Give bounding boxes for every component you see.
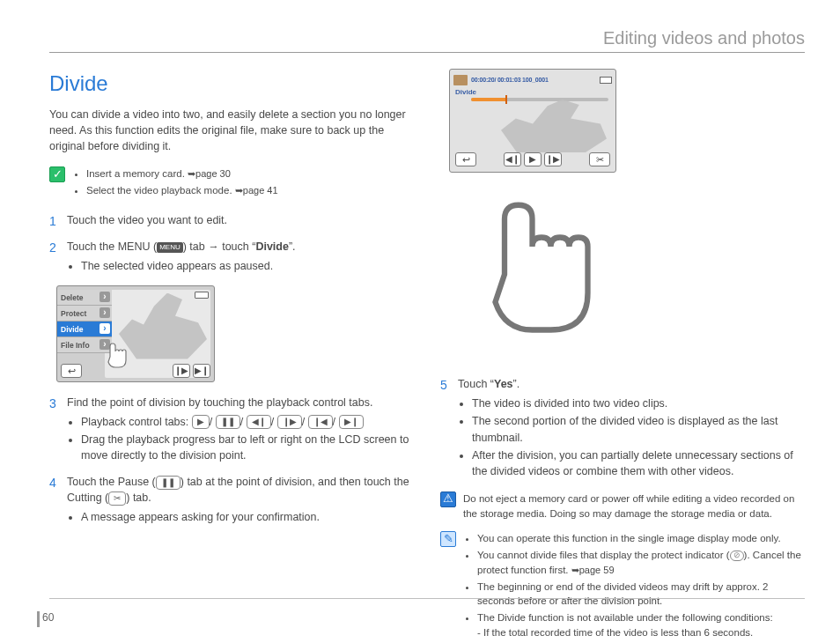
back-icon: ↩ — [455, 152, 476, 166]
step-sub: The second portion of the divided video … — [472, 413, 805, 445]
section-intro: You can divide a video into two, and eas… — [49, 107, 414, 154]
step-sub-text: Playback control tabs: — [81, 416, 192, 428]
step-body: Touch the MENU (MENU) tab → touch “Divid… — [67, 239, 414, 276]
info-note: ✎ You can operate this function in the s… — [440, 531, 805, 643]
prereq-item: Select the video playback mode. ➥page 41 — [86, 183, 278, 198]
warning-note: ⚠ Do not eject a memory card or power of… — [440, 491, 805, 521]
frame-fwd-icon: ❙▶ — [544, 152, 562, 166]
step-text: Touch “ — [458, 378, 494, 390]
right-column: 00:00:20/ 00:01:03 100_0001 Divide ↩ ◀❙ … — [440, 69, 805, 643]
battery-icon — [195, 292, 209, 299]
step-number: 1 — [49, 212, 60, 230]
chevron-right-icon: › — [99, 307, 110, 318]
step-number: 4 — [49, 474, 60, 491]
arrow-icon: → — [208, 240, 219, 253]
frame-rev-icon: ❙▶ — [173, 364, 190, 378]
play-icon: ▶ — [524, 152, 542, 166]
frame-back-icon: ❙◀ — [308, 415, 333, 429]
lcd-illustration-menu: Delete› Protect› Divide› File Info› ↩ ❙▶… — [56, 285, 215, 382]
skip-back-icon: ◀❙ — [247, 415, 271, 429]
hand-pointer-icon — [449, 173, 634, 358]
step-number: 3 — [49, 395, 60, 412]
lcd-illustration-divide: 00:00:20/ 00:01:03 100_0001 Divide ↩ ◀❙ … — [449, 69, 616, 173]
silhouette-icon — [501, 100, 607, 152]
note-list: You can operate this function in the sin… — [463, 531, 805, 643]
step-5: 5 Touch “Yes”. The video is divided into… — [440, 376, 805, 481]
lcd-illustration-wrapper: 00:00:20/ 00:01:03 100_0001 Divide ↩ ◀❙ … — [449, 69, 634, 362]
chapter-title: Editing videos and photos — [49, 28, 805, 48]
step-text: Touch the Pause ( — [67, 476, 156, 488]
step-sub: The selected video appears as paused. — [81, 258, 414, 274]
columns: Divide You can divide a video into two, … — [49, 69, 805, 643]
step-4: 4 Touch the Pause (❚❚) tab at the point … — [49, 474, 414, 527]
page-number: 60 — [42, 611, 54, 624]
lcd-timecode: 00:00:20/ 00:01:03 100_0001 — [471, 76, 549, 85]
note-item: The Divide function is not available und… — [477, 610, 805, 643]
step-number: 5 — [440, 376, 451, 394]
menu-icon: MENU — [157, 242, 183, 253]
frame-back-icon: ◀❙ — [504, 152, 521, 166]
check-icon: ✓ — [49, 166, 65, 182]
step-text: Touch the video you want to edit. — [67, 212, 414, 228]
manual-page: Editing videos and photos Divide You can… — [0, 0, 840, 643]
chevron-right-icon: › — [99, 323, 110, 334]
prerequisite-box: ✓ Insert a memory card. ➥page 30 Select … — [49, 166, 414, 200]
step-2: 2 Touch the MENU (MENU) tab → touch “Div… — [49, 239, 414, 276]
left-column: Divide You can divide a video into two, … — [49, 69, 414, 643]
frame-fwd-icon: ▶❙ — [193, 364, 210, 378]
step-3: 3 Find the point of division by touching… — [49, 395, 414, 466]
menu-item-delete: Delete› — [57, 290, 112, 306]
step-text: Touch the MENU ( — [67, 240, 157, 253]
protect-indicator-icon: ⊘ — [730, 551, 744, 561]
step-body: Find the point of division by touching t… — [67, 395, 414, 466]
thumbnail-icon — [453, 75, 468, 85]
step-body: Touch the Pause (❚❚) tab at the point of… — [67, 474, 414, 527]
note-icon: ✎ — [440, 531, 456, 547]
menu-item-divide: Divide› — [57, 322, 112, 337]
page-marker — [37, 611, 40, 627]
hand-pointer-icon — [99, 337, 135, 373]
frame-fwd-icon: ▶❙ — [339, 415, 364, 429]
pause-icon: ❚❚ — [156, 476, 181, 490]
note-item: You can operate this function in the sin… — [477, 531, 805, 546]
prereq-item: Insert a memory card. ➥page 30 — [86, 166, 278, 181]
page-ref: ➥page 41 — [235, 185, 278, 196]
note-item: You cannot divide files that display the… — [477, 548, 805, 578]
skip-fwd-icon: ❙▶ — [277, 415, 302, 429]
battery-icon — [600, 77, 612, 84]
step-text: touch “ — [219, 240, 256, 253]
step-sub: Drag the playback progress bar to left o… — [81, 432, 414, 463]
progress-bar — [471, 98, 608, 101]
prereq-text: Select the video playback mode. — [86, 185, 235, 196]
prereq-text: Insert a memory card. — [86, 168, 188, 179]
footer-rule — [49, 598, 805, 599]
step-sub: The video is divided into two video clip… — [472, 395, 805, 411]
prereq-list: Insert a memory card. ➥page 30 Select th… — [72, 166, 278, 200]
pause-icon: ❚❚ — [216, 415, 240, 429]
lcd-controls: ◀❙ ▶ ❙▶ — [504, 152, 562, 166]
step-keyword: Divide — [255, 240, 289, 253]
warning-text: Do not eject a memory card or power off … — [463, 491, 805, 521]
step-keyword: Yes — [494, 378, 513, 390]
note-dash: - If you trying to divide sections witho… — [477, 639, 805, 643]
lcd-mode-label: Divide — [455, 87, 476, 98]
lcd-controls: ❙▶ ▶❙ — [173, 364, 210, 378]
note-item: The beginning or end of the divided vide… — [477, 580, 805, 609]
step-body: Touch “Yes”. The video is divided into t… — [458, 376, 805, 481]
warning-icon: ⚠ — [440, 491, 456, 507]
step-text: Find the point of division by touching t… — [67, 396, 372, 409]
menu-item-protect: Protect› — [57, 306, 112, 322]
step-sub: A message appears asking for your confir… — [81, 509, 414, 525]
step-sub: After the division, you can partially de… — [472, 447, 805, 479]
header-rule — [49, 52, 805, 53]
note-dash: - If the total recorded time of the vide… — [477, 625, 805, 640]
step-sub: Playback control tabs: ▶/ ❚❚/ ◀❙/ ❙▶/ ❙◀… — [81, 414, 414, 430]
step-number: 2 — [49, 239, 60, 256]
step-text: ”. — [289, 240, 296, 253]
step-text: ) tab. — [126, 491, 151, 504]
step-text: ) tab — [183, 240, 209, 253]
page-ref: ➥page 30 — [188, 168, 231, 179]
step-text: ”. — [513, 378, 520, 390]
scissors-icon: ✂ — [108, 491, 126, 506]
back-icon: ↩ — [61, 364, 82, 378]
